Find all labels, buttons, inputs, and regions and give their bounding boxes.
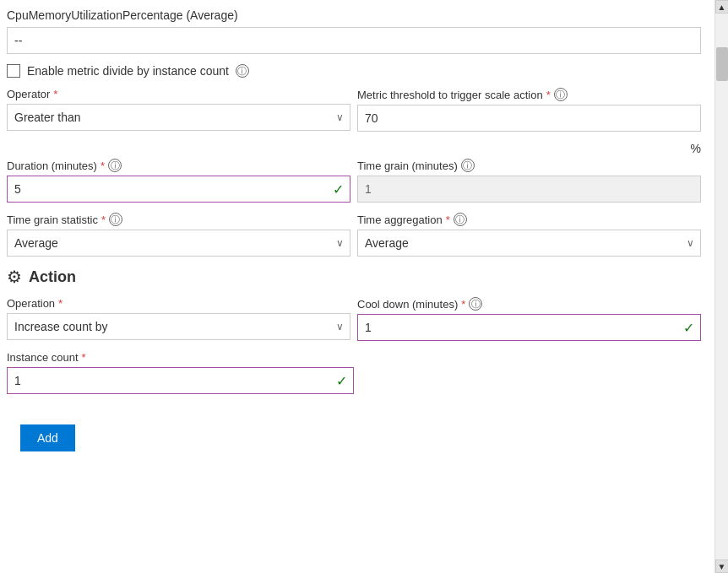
metric-title: CpuMemoryUtilizationPercentage (Average) bbox=[7, 8, 701, 22]
time-grain-statistic-select[interactable]: Average Min Max Sum bbox=[7, 230, 350, 257]
action-section-title: Action bbox=[29, 268, 76, 286]
scroll-up-button[interactable]: ▲ bbox=[715, 0, 729, 14]
time-aggregation-required: * bbox=[446, 214, 450, 226]
scroll-down-icon: ▼ bbox=[718, 562, 726, 571]
time-grain-statistic-required: * bbox=[101, 214, 106, 226]
instance-count-required: * bbox=[82, 351, 86, 364]
metric-value-input[interactable] bbox=[7, 27, 701, 54]
duration-input[interactable] bbox=[7, 176, 350, 203]
metric-threshold-input[interactable] bbox=[357, 105, 701, 132]
time-grain-info-icon[interactable]: ⓘ bbox=[461, 159, 475, 172]
duration-check-icon: ✓ bbox=[333, 181, 344, 197]
time-aggregation-label: Time aggregation bbox=[357, 214, 443, 226]
operator-required: * bbox=[53, 88, 57, 100]
duration-required: * bbox=[101, 159, 105, 172]
time-aggregation-info-icon[interactable]: ⓘ bbox=[454, 213, 467, 226]
instance-count-input[interactable] bbox=[7, 367, 354, 394]
checkbox-info-icon[interactable]: ⓘ bbox=[236, 64, 249, 78]
scroll-down-button[interactable]: ▼ bbox=[715, 559, 729, 573]
instance-count-check-icon: ✓ bbox=[336, 373, 347, 389]
percent-sign: % bbox=[691, 142, 701, 155]
cooldown-label: Cool down (minutes) bbox=[357, 298, 458, 311]
cooldown-input[interactable] bbox=[357, 314, 701, 341]
time-grain-input bbox=[357, 176, 701, 203]
cooldown-info-icon[interactable]: ⓘ bbox=[469, 297, 482, 311]
scrollbar[interactable]: ▲ ▼ bbox=[714, 0, 728, 573]
operation-select[interactable]: Increase count by Decrease count by Incr… bbox=[7, 313, 350, 340]
scrollbar-thumb[interactable] bbox=[716, 47, 728, 81]
operation-required: * bbox=[58, 297, 62, 310]
operation-label: Operation bbox=[7, 297, 55, 310]
cooldown-check-icon: ✓ bbox=[683, 320, 694, 336]
time-grain-label: Time grain (minutes) bbox=[357, 159, 458, 172]
time-aggregation-select[interactable]: Average Min Max Sum Count Last bbox=[357, 230, 701, 257]
action-section-icon: ⚙ bbox=[7, 267, 22, 287]
enable-metric-divide-checkbox[interactable] bbox=[7, 64, 20, 78]
add-button[interactable]: Add bbox=[20, 424, 75, 451]
metric-threshold-label: Metric threshold to trigger scale action bbox=[357, 89, 543, 101]
time-grain-statistic-info-icon[interactable]: ⓘ bbox=[109, 213, 122, 226]
operator-select[interactable]: Greater than Less than Greater than or e… bbox=[7, 104, 350, 131]
checkbox-label: Enable metric divide by instance count bbox=[27, 64, 229, 78]
scrollbar-track[interactable] bbox=[715, 14, 728, 559]
cooldown-required: * bbox=[461, 298, 465, 311]
metric-threshold-info-icon[interactable]: ⓘ bbox=[554, 88, 568, 101]
operator-label: Operator bbox=[7, 88, 50, 100]
scroll-up-icon: ▲ bbox=[718, 3, 726, 12]
duration-label: Duration (minutes) bbox=[7, 159, 97, 172]
duration-info-icon[interactable]: ⓘ bbox=[108, 159, 122, 172]
time-grain-statistic-label: Time grain statistic bbox=[7, 214, 98, 226]
metric-threshold-required: * bbox=[546, 89, 551, 101]
instance-count-label: Instance count bbox=[7, 351, 79, 364]
